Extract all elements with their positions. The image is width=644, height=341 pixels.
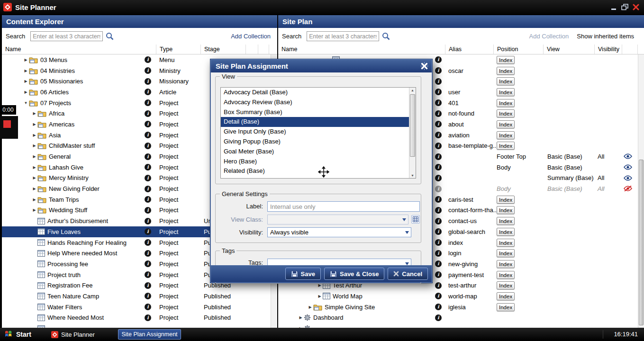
index-button[interactable]: Index: [497, 239, 515, 247]
column-header-position[interactable]: Position: [494, 45, 544, 54]
cancel-button[interactable]: Cancel: [388, 268, 428, 280]
search-input[interactable]: [307, 31, 379, 41]
content-row[interactable]: Where Needed MostiProjectPublished: [2, 313, 271, 323]
info-icon[interactable]: i: [145, 250, 151, 257]
eye-visible-icon[interactable]: [624, 153, 632, 161]
column-header-stage[interactable]: Stage: [201, 45, 246, 54]
site-plan-row[interactable]: ▶Dashboardi: [278, 313, 638, 323]
search-icon[interactable]: [106, 32, 114, 40]
expand-arrow-icon[interactable]: ▶: [31, 197, 37, 202]
site-plan-row[interactable]: ▶: [278, 323, 638, 328]
save-button[interactable]: Save: [285, 268, 321, 280]
close-icon[interactable]: [632, 3, 640, 11]
info-icon[interactable]: i: [145, 89, 151, 95]
info-icon[interactable]: i: [435, 121, 442, 127]
info-icon[interactable]: i: [435, 186, 442, 192]
info-icon[interactable]: i: [145, 196, 151, 203]
column-header-name[interactable]: Name: [278, 45, 445, 54]
column-header-alias[interactable]: Alias: [445, 45, 494, 54]
index-button[interactable]: Index: [497, 303, 515, 311]
info-icon[interactable]: i: [435, 260, 442, 267]
view-option[interactable]: Box Summary (Base): [221, 108, 409, 117]
info-icon[interactable]: i: [145, 175, 151, 181]
info-icon[interactable]: i: [145, 164, 151, 170]
info-icon[interactable]: i: [145, 153, 151, 160]
scroll-up-icon[interactable]: ▲: [409, 89, 416, 92]
listbox-scrollbar[interactable]: ▲ ▼: [409, 88, 416, 178]
info-icon[interactable]: i: [145, 314, 151, 321]
taskbar-item-site-plan-assignment[interactable]: Site Plan Assignment: [118, 329, 181, 340]
save-close-button[interactable]: Save & Close: [324, 268, 384, 280]
column-header-name[interactable]: Name: [2, 45, 156, 54]
info-icon[interactable]: i: [435, 196, 442, 203]
info-icon[interactable]: i: [145, 99, 151, 106]
info-icon[interactable]: i: [435, 99, 442, 106]
info-icon[interactable]: i: [145, 218, 151, 224]
expand-arrow-icon[interactable]: ▶: [31, 111, 37, 116]
index-button[interactable]: Index: [497, 281, 515, 289]
info-icon[interactable]: i: [145, 282, 151, 289]
view-option[interactable]: Give Input Only (Base): [221, 127, 409, 137]
info-icon[interactable]: i: [435, 250, 442, 257]
expand-arrow-icon[interactable]: ▶: [31, 133, 37, 137]
site-plan-scrollbar[interactable]: [638, 54, 644, 328]
info-icon[interactable]: i: [435, 314, 442, 321]
index-button[interactable]: Index: [497, 142, 515, 150]
expand-arrow-icon[interactable]: ▼: [23, 101, 29, 105]
content-row[interactable]: Teen Nature CampiProjectPublished: [2, 291, 271, 302]
info-icon[interactable]: i: [145, 132, 151, 138]
info-icon[interactable]: i: [145, 121, 151, 127]
info-icon[interactable]: i: [435, 228, 442, 235]
expand-arrow-icon[interactable]: ▶: [23, 90, 29, 94]
expand-arrow-icon[interactable]: ▶: [23, 69, 29, 73]
info-icon[interactable]: i: [435, 293, 442, 299]
info-icon[interactable]: i: [435, 110, 442, 117]
view-option[interactable]: Hero (Base): [221, 157, 409, 167]
scroll-down-icon[interactable]: ▼: [409, 174, 416, 177]
index-button[interactable]: Index: [497, 217, 515, 225]
eye-hidden-icon[interactable]: [624, 186, 632, 193]
index-button[interactable]: Index: [497, 56, 515, 64]
index-button[interactable]: Index: [497, 109, 515, 117]
info-icon[interactable]: i: [145, 271, 151, 278]
column-header-type[interactable]: Type: [156, 45, 201, 54]
dialog-titlebar[interactable]: Site Plan Assignment: [211, 60, 432, 72]
expand-arrow-icon[interactable]: ▶: [31, 176, 37, 180]
view-option[interactable]: Goal Meter (Base): [221, 147, 409, 157]
expand-arrow-icon[interactable]: ▶: [23, 79, 29, 83]
add-collection-link[interactable]: Add Collection: [231, 33, 271, 40]
info-icon[interactable]: i: [435, 271, 442, 278]
info-icon[interactable]: i: [435, 56, 442, 63]
info-icon[interactable]: i: [145, 186, 151, 192]
index-button[interactable]: Index: [497, 120, 515, 128]
column-header-view[interactable]: View: [544, 45, 595, 54]
view-option[interactable]: Advocacy Detail (Base): [221, 88, 409, 98]
index-button[interactable]: Index: [497, 88, 515, 96]
index-button[interactable]: Index: [497, 292, 515, 300]
info-icon[interactable]: i: [435, 153, 442, 160]
restore-icon[interactable]: [621, 3, 629, 11]
view-class-select[interactable]: [267, 215, 408, 224]
info-icon[interactable]: i: [435, 89, 442, 95]
expand-arrow-icon[interactable]: ▶: [317, 294, 323, 298]
view-class-browse-button[interactable]: [411, 215, 420, 224]
index-button[interactable]: Index: [497, 67, 515, 75]
expand-arrow-icon[interactable]: ▶: [307, 305, 313, 309]
minimize-icon[interactable]: [610, 3, 618, 11]
show-inherited-items-link[interactable]: Show inherited items: [577, 33, 634, 40]
expand-arrow-icon[interactable]: ▶: [31, 165, 37, 170]
label-input[interactable]: [267, 201, 420, 212]
info-icon[interactable]: i: [435, 207, 442, 214]
info-icon[interactable]: i: [435, 218, 442, 224]
index-button[interactable]: Index: [497, 99, 515, 107]
info-icon[interactable]: i: [435, 304, 442, 310]
expand-arrow-icon[interactable]: ▶: [31, 154, 37, 159]
info-icon[interactable]: i: [145, 304, 151, 310]
info-icon[interactable]: i: [145, 293, 151, 299]
index-button[interactable]: Index: [497, 77, 515, 85]
info-icon[interactable]: i: [145, 110, 151, 117]
info-icon[interactable]: i: [435, 239, 442, 246]
info-icon[interactable]: i: [435, 143, 442, 149]
expand-arrow-icon[interactable]: ▶: [31, 208, 37, 212]
dialog-close-icon[interactable]: [420, 62, 428, 70]
